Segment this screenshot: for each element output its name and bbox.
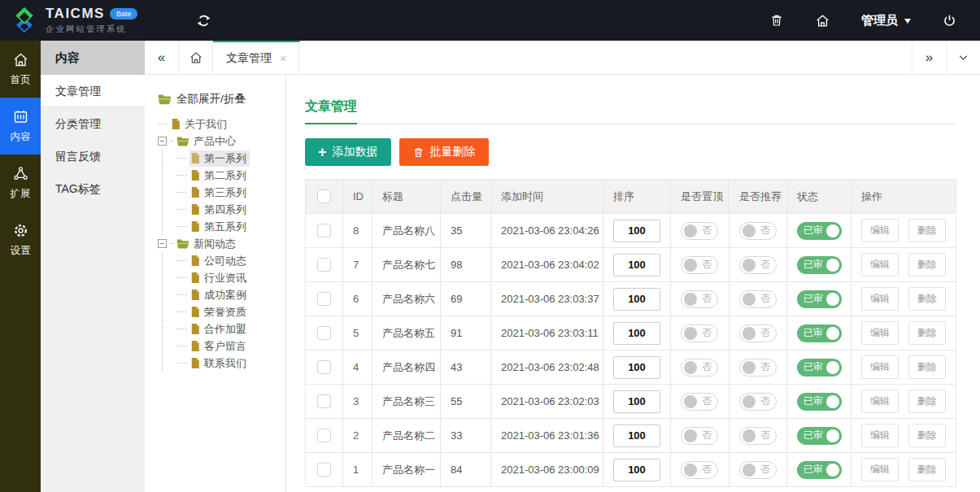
- tree-expand-all[interactable]: 全部展开/折叠: [158, 89, 285, 109]
- row-checkbox[interactable]: [317, 360, 331, 374]
- row-checkbox[interactable]: [317, 326, 331, 340]
- tab-close-icon[interactable]: ×: [280, 52, 286, 65]
- collapse-minus-icon[interactable]: −: [158, 137, 167, 146]
- tree-item[interactable]: −: [158, 355, 285, 372]
- tree-item[interactable]: −: [158, 235, 285, 252]
- delete-button[interactable]: 删除: [908, 321, 946, 345]
- tree-item[interactable]: −: [158, 269, 285, 286]
- tree-item[interactable]: −: [158, 303, 285, 320]
- site-home-button[interactable]: [815, 13, 830, 28]
- edit-button[interactable]: 编辑: [861, 458, 899, 481]
- edit-button[interactable]: 编辑: [861, 287, 899, 311]
- delete-button[interactable]: 删除: [908, 253, 946, 276]
- is-recommend-toggle[interactable]: 否: [739, 324, 777, 342]
- nav-item-extensions[interactable]: 扩展: [0, 155, 41, 211]
- tree-item[interactable]: −: [158, 252, 285, 269]
- user-menu[interactable]: 管理员: [861, 13, 911, 28]
- tree-item-label[interactable]: 行业资讯: [204, 271, 246, 285]
- edit-button[interactable]: 编辑: [861, 253, 899, 276]
- tree-item-label[interactable]: 产品中心: [194, 134, 236, 149]
- tree-item-label[interactable]: 合作加盟: [204, 322, 246, 337]
- tree-item[interactable]: −: [158, 337, 285, 355]
- tree-item-label[interactable]: 第二系列: [204, 168, 246, 183]
- tree-item[interactable]: −: [158, 115, 285, 133]
- delete-button[interactable]: 删除: [908, 424, 946, 447]
- tree-item[interactable]: −: [158, 167, 285, 184]
- is-top-toggle[interactable]: 否: [681, 359, 718, 377]
- sidebar-item-tags[interactable]: TAG标签: [41, 172, 145, 205]
- home-tab-button[interactable]: [179, 41, 213, 74]
- row-checkbox[interactable]: [317, 394, 331, 408]
- is-recommend-toggle[interactable]: 否: [739, 290, 777, 308]
- sort-input[interactable]: [613, 220, 660, 242]
- tree-item-label[interactable]: 公司动态: [204, 254, 246, 268]
- tree-item-label[interactable]: 关于我们: [185, 117, 227, 132]
- status-toggle[interactable]: 已审: [797, 427, 842, 445]
- sort-input[interactable]: [613, 254, 660, 276]
- delete-button[interactable]: 删除: [908, 355, 946, 379]
- is-top-toggle[interactable]: 否: [681, 222, 718, 240]
- row-checkbox[interactable]: [317, 224, 331, 237]
- sort-input[interactable]: [613, 322, 660, 345]
- sort-input[interactable]: [613, 356, 660, 379]
- nav-item-content[interactable]: 内容: [0, 98, 41, 155]
- status-toggle[interactable]: 已审: [797, 461, 842, 479]
- tree-item-label[interactable]: 第四系列: [204, 202, 246, 217]
- status-toggle[interactable]: 已审: [797, 324, 842, 342]
- row-checkbox[interactable]: [317, 292, 331, 306]
- sort-input[interactable]: [613, 390, 660, 413]
- tree-item-label[interactable]: 第五系列: [204, 220, 246, 234]
- status-toggle[interactable]: 已审: [797, 393, 842, 411]
- edit-button[interactable]: 编辑: [861, 355, 899, 379]
- row-checkbox[interactable]: [317, 463, 331, 477]
- is-top-toggle[interactable]: 否: [681, 256, 718, 274]
- is-top-toggle[interactable]: 否: [681, 461, 718, 479]
- collapse-minus-icon[interactable]: −: [158, 239, 167, 248]
- sidebar-item-articles[interactable]: 文章管理: [41, 75, 145, 107]
- tree-item[interactable]: −: [158, 184, 285, 201]
- nav-item-home[interactable]: 首页: [0, 41, 41, 98]
- is-top-toggle[interactable]: 否: [681, 393, 718, 411]
- tree-item-label[interactable]: 联系我们: [204, 356, 246, 371]
- delete-button[interactable]: 删除: [908, 390, 946, 413]
- edit-button[interactable]: 编辑: [861, 390, 899, 413]
- is-recommend-toggle[interactable]: 否: [739, 359, 777, 377]
- status-toggle[interactable]: 已审: [797, 256, 842, 274]
- tree-item-label[interactable]: 荣誉资质: [204, 305, 246, 320]
- sort-input[interactable]: [613, 288, 660, 311]
- tab-options-button[interactable]: [946, 41, 980, 74]
- status-toggle[interactable]: 已审: [797, 359, 842, 377]
- is-recommend-toggle[interactable]: 否: [739, 461, 777, 479]
- nav-item-settings[interactable]: 设置: [0, 211, 41, 268]
- delete-button[interactable]: 删除: [908, 287, 946, 311]
- select-all-checkbox[interactable]: [317, 189, 331, 203]
- row-checkbox[interactable]: [317, 258, 331, 272]
- clear-cache-button[interactable]: [769, 13, 784, 28]
- delete-button[interactable]: 删除: [908, 458, 946, 481]
- tree-item-label[interactable]: 第一系列: [204, 151, 246, 166]
- sort-input[interactable]: [613, 425, 660, 447]
- tree-item[interactable]: −: [158, 218, 285, 235]
- tree-item-label[interactable]: 新闻动态: [194, 237, 236, 251]
- tree-item[interactable]: −: [158, 133, 285, 150]
- logout-button[interactable]: [942, 13, 957, 28]
- is-recommend-toggle[interactable]: 否: [739, 222, 777, 240]
- delete-button[interactable]: 删除: [908, 219, 946, 242]
- tree-item-label[interactable]: 成功案例: [204, 288, 246, 303]
- tab-article-management[interactable]: 文章管理 ×: [213, 41, 300, 74]
- edit-button[interactable]: 编辑: [861, 219, 899, 242]
- tree-item[interactable]: −: [158, 201, 285, 218]
- sidebar-item-feedback[interactable]: 留言反馈: [41, 140, 145, 172]
- is-top-toggle[interactable]: 否: [681, 427, 718, 445]
- tree-item-label[interactable]: 第三系列: [204, 185, 246, 200]
- collapse-sidebar-button[interactable]: «: [145, 41, 179, 74]
- edit-button[interactable]: 编辑: [861, 321, 899, 345]
- tree-item-label[interactable]: 客户留言: [204, 339, 246, 354]
- tree-item[interactable]: −: [158, 286, 285, 303]
- sidebar-item-categories[interactable]: 分类管理: [41, 107, 145, 140]
- tree-item[interactable]: −: [158, 320, 285, 337]
- scroll-tabs-right-button[interactable]: »: [912, 41, 946, 74]
- add-data-button[interactable]: + 添加数据: [305, 138, 391, 166]
- is-top-toggle[interactable]: 否: [681, 290, 718, 308]
- is-recommend-toggle[interactable]: 否: [739, 393, 777, 411]
